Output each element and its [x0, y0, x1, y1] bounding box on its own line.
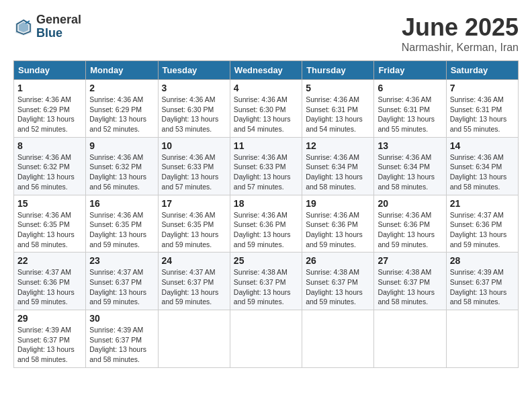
logo-icon — [13, 17, 34, 37]
day-number-2: 2 — [89, 83, 154, 93]
day-info-2: Sunrise: 4:36 AM Sunset: 6:29 PM Dayligh… — [89, 95, 154, 134]
empty-cell — [446, 310, 518, 368]
day-number-15: 15 — [17, 198, 82, 209]
day-info-17: Sunrise: 4:36 AM Sunset: 6:35 PM Dayligh… — [162, 210, 226, 250]
day-number-25: 25 — [234, 255, 298, 266]
day-number-24: 24 — [162, 255, 226, 266]
day-number-3: 3 — [162, 83, 226, 93]
day-number-17: 17 — [162, 198, 226, 209]
header-thursday: Thursday — [302, 61, 374, 80]
month-title: June 2025 — [402, 13, 519, 42]
day-info-27: Sunrise: 4:38 AM Sunset: 6:37 PM Dayligh… — [378, 267, 442, 307]
day-cell-14: 14Sunrise: 4:36 AM Sunset: 6:34 PM Dayli… — [446, 137, 518, 195]
week-row-2: 8Sunrise: 4:36 AM Sunset: 6:32 PM Daylig… — [14, 137, 519, 195]
day-info-30: Sunrise: 4:39 AM Sunset: 6:37 PM Dayligh… — [89, 325, 154, 365]
day-info-22: Sunrise: 4:37 AM Sunset: 6:36 PM Dayligh… — [17, 267, 82, 307]
day-number-23: 23 — [89, 255, 154, 266]
empty-cell — [302, 310, 374, 368]
day-number-12: 12 — [306, 140, 370, 151]
day-number-4: 4 — [234, 83, 298, 93]
header-monday: Monday — [86, 61, 158, 80]
day-number-5: 5 — [306, 83, 370, 93]
day-info-23: Sunrise: 4:37 AM Sunset: 6:37 PM Dayligh… — [89, 267, 154, 307]
day-cell-20: 20Sunrise: 4:36 AM Sunset: 6:36 PM Dayli… — [374, 195, 446, 253]
day-cell-19: 19Sunrise: 4:36 AM Sunset: 6:36 PM Dayli… — [302, 195, 374, 253]
day-info-3: Sunrise: 4:36 AM Sunset: 6:30 PM Dayligh… — [162, 95, 226, 134]
day-cell-23: 23Sunrise: 4:37 AM Sunset: 6:37 PM Dayli… — [86, 253, 158, 310]
day-cell-11: 11Sunrise: 4:36 AM Sunset: 6:33 PM Dayli… — [230, 137, 302, 195]
day-info-28: Sunrise: 4:39 AM Sunset: 6:37 PM Dayligh… — [450, 267, 515, 307]
day-number-19: 19 — [306, 198, 370, 209]
empty-cell — [158, 310, 230, 368]
day-cell-9: 9Sunrise: 4:36 AM Sunset: 6:32 PM Daylig… — [86, 137, 158, 195]
day-info-29: Sunrise: 4:39 AM Sunset: 6:37 PM Dayligh… — [17, 325, 82, 365]
week-row-1: 1Sunrise: 4:36 AM Sunset: 6:29 PM Daylig… — [14, 80, 519, 138]
day-number-14: 14 — [450, 140, 515, 151]
day-number-26: 26 — [306, 255, 370, 266]
day-info-21: Sunrise: 4:37 AM Sunset: 6:36 PM Dayligh… — [450, 210, 515, 250]
day-cell-10: 10Sunrise: 4:36 AM Sunset: 6:33 PM Dayli… — [158, 137, 230, 195]
day-info-4: Sunrise: 4:36 AM Sunset: 6:30 PM Dayligh… — [234, 95, 298, 134]
day-number-27: 27 — [378, 255, 442, 266]
day-cell-17: 17Sunrise: 4:36 AM Sunset: 6:35 PM Dayli… — [158, 195, 230, 253]
day-info-16: Sunrise: 4:36 AM Sunset: 6:35 PM Dayligh… — [89, 210, 154, 250]
day-info-7: Sunrise: 4:36 AM Sunset: 6:31 PM Dayligh… — [450, 95, 515, 134]
day-cell-30: 30Sunrise: 4:39 AM Sunset: 6:37 PM Dayli… — [86, 310, 158, 368]
day-info-25: Sunrise: 4:38 AM Sunset: 6:37 PM Dayligh… — [234, 267, 298, 307]
week-row-5: 29Sunrise: 4:39 AM Sunset: 6:37 PM Dayli… — [14, 310, 519, 368]
day-cell-4: 4Sunrise: 4:36 AM Sunset: 6:30 PM Daylig… — [230, 80, 302, 138]
header-saturday: Saturday — [446, 61, 518, 80]
header-sunday: Sunday — [14, 61, 86, 80]
week-row-4: 22Sunrise: 4:37 AM Sunset: 6:36 PM Dayli… — [14, 253, 519, 310]
logo-text: General Blue — [36, 13, 81, 40]
day-cell-21: 21Sunrise: 4:37 AM Sunset: 6:36 PM Dayli… — [446, 195, 518, 253]
logo-blue: Blue — [36, 27, 81, 40]
day-number-7: 7 — [450, 83, 515, 93]
day-info-8: Sunrise: 4:36 AM Sunset: 6:32 PM Dayligh… — [17, 152, 82, 192]
day-info-20: Sunrise: 4:36 AM Sunset: 6:36 PM Dayligh… — [378, 210, 442, 250]
day-cell-5: 5Sunrise: 4:36 AM Sunset: 6:31 PM Daylig… — [302, 80, 374, 138]
day-cell-26: 26Sunrise: 4:38 AM Sunset: 6:37 PM Dayli… — [302, 253, 374, 310]
header-friday: Friday — [374, 61, 446, 80]
day-info-9: Sunrise: 4:36 AM Sunset: 6:32 PM Dayligh… — [89, 152, 154, 192]
day-number-21: 21 — [450, 198, 515, 209]
header-tuesday: Tuesday — [158, 61, 230, 80]
day-info-26: Sunrise: 4:38 AM Sunset: 6:37 PM Dayligh… — [306, 267, 370, 307]
day-number-29: 29 — [17, 313, 82, 324]
logo-general: General — [36, 13, 81, 27]
day-cell-2: 2Sunrise: 4:36 AM Sunset: 6:29 PM Daylig… — [86, 80, 158, 138]
day-cell-25: 25Sunrise: 4:38 AM Sunset: 6:37 PM Dayli… — [230, 253, 302, 310]
day-cell-15: 15Sunrise: 4:36 AM Sunset: 6:35 PM Dayli… — [14, 195, 86, 253]
day-cell-8: 8Sunrise: 4:36 AM Sunset: 6:32 PM Daylig… — [14, 137, 86, 195]
day-info-15: Sunrise: 4:36 AM Sunset: 6:35 PM Dayligh… — [17, 210, 82, 250]
day-cell-22: 22Sunrise: 4:37 AM Sunset: 6:36 PM Dayli… — [14, 253, 86, 310]
day-info-24: Sunrise: 4:37 AM Sunset: 6:37 PM Dayligh… — [162, 267, 226, 307]
day-number-1: 1 — [17, 83, 82, 93]
day-number-30: 30 — [89, 313, 154, 324]
day-cell-18: 18Sunrise: 4:36 AM Sunset: 6:36 PM Dayli… — [230, 195, 302, 253]
day-info-18: Sunrise: 4:36 AM Sunset: 6:36 PM Dayligh… — [234, 210, 298, 250]
day-number-13: 13 — [378, 140, 442, 151]
day-number-22: 22 — [17, 255, 82, 266]
day-cell-7: 7Sunrise: 4:36 AM Sunset: 6:31 PM Daylig… — [446, 80, 518, 138]
day-cell-12: 12Sunrise: 4:36 AM Sunset: 6:34 PM Dayli… — [302, 137, 374, 195]
empty-cell — [374, 310, 446, 368]
logo: General Blue — [13, 13, 81, 40]
day-cell-29: 29Sunrise: 4:39 AM Sunset: 6:37 PM Dayli… — [14, 310, 86, 368]
day-number-28: 28 — [450, 255, 515, 266]
day-number-18: 18 — [234, 198, 298, 209]
day-cell-3: 3Sunrise: 4:36 AM Sunset: 6:30 PM Daylig… — [158, 80, 230, 138]
day-number-16: 16 — [89, 198, 154, 209]
title-area: June 2025 Narmashir, Kerman, Iran — [402, 13, 519, 54]
day-cell-24: 24Sunrise: 4:37 AM Sunset: 6:37 PM Dayli… — [158, 253, 230, 310]
day-cell-1: 1Sunrise: 4:36 AM Sunset: 6:29 PM Daylig… — [14, 80, 86, 138]
day-number-10: 10 — [162, 140, 226, 151]
day-info-12: Sunrise: 4:36 AM Sunset: 6:34 PM Dayligh… — [306, 152, 370, 192]
page-header: General Blue June 2025 Narmashir, Kerman… — [13, 13, 519, 54]
day-info-5: Sunrise: 4:36 AM Sunset: 6:31 PM Dayligh… — [306, 95, 370, 134]
day-number-6: 6 — [378, 83, 442, 93]
day-info-11: Sunrise: 4:36 AM Sunset: 6:33 PM Dayligh… — [234, 152, 298, 192]
day-info-19: Sunrise: 4:36 AM Sunset: 6:36 PM Dayligh… — [306, 210, 370, 250]
day-cell-6: 6Sunrise: 4:36 AM Sunset: 6:31 PM Daylig… — [374, 80, 446, 138]
day-number-20: 20 — [378, 198, 442, 209]
